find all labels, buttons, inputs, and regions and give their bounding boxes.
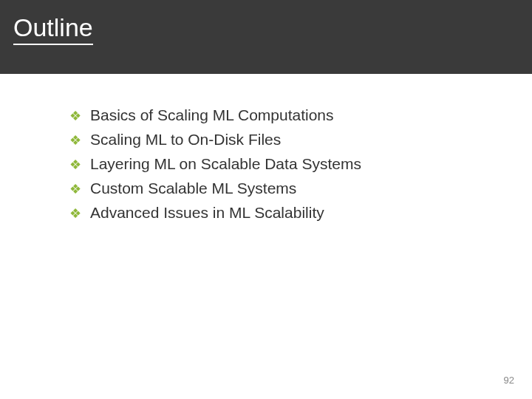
slide-content: ❖ Basics of Scaling ML Computations ❖ Sc…	[0, 74, 532, 222]
list-item-text: Custom Scalable ML Systems	[90, 180, 296, 197]
bullet-icon: ❖	[69, 158, 81, 171]
bullet-icon: ❖	[69, 134, 81, 147]
page-number: 92	[504, 375, 514, 386]
bullet-icon: ❖	[69, 109, 81, 123]
list-item-text: Advanced Issues in ML Scalability	[90, 204, 324, 222]
list-item: ❖ Scaling ML to On-Disk Files	[69, 131, 532, 149]
list-item-text: Scaling ML to On-Disk Files	[90, 131, 281, 149]
list-item: ❖ Advanced Issues in ML Scalability	[69, 204, 532, 222]
list-item: ❖ Basics of Scaling ML Computations	[69, 106, 532, 124]
list-item: ❖ Custom Scalable ML Systems	[69, 180, 532, 197]
outline-list: ❖ Basics of Scaling ML Computations ❖ Sc…	[69, 106, 532, 222]
list-item-text: Layering ML on Scalable Data Systems	[90, 155, 361, 173]
slide-title: Outline	[13, 13, 93, 45]
list-item-text: Basics of Scaling ML Computations	[90, 106, 334, 124]
bullet-icon: ❖	[69, 207, 81, 220]
list-item: ❖ Layering ML on Scalable Data Systems	[69, 155, 532, 173]
bullet-icon: ❖	[69, 183, 81, 196]
slide-header: Outline	[0, 0, 532, 74]
